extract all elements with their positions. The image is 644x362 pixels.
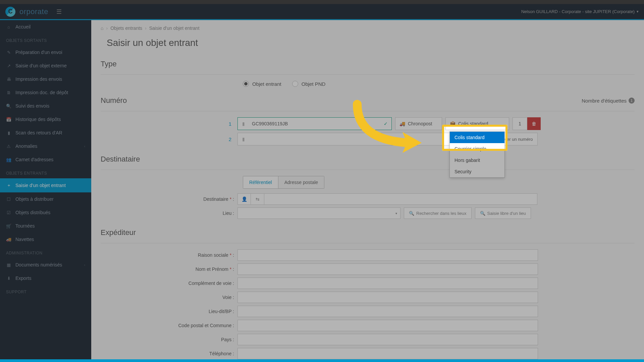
sidebar-impression-envois[interactable]: 🖶Impression des envois: [0, 72, 91, 86]
sidebar-item-label: Documents numérisés: [15, 262, 62, 267]
sidebar-tournees[interactable]: 🛒Tournées: [0, 219, 91, 233]
person-icon: 👤: [241, 196, 247, 202]
cp-input[interactable]: [237, 320, 538, 331]
breadcrumb-level2: Saisie d'un objet entrant: [149, 25, 200, 31]
sidebar-distribues[interactable]: ☑Objets distribués: [0, 206, 91, 219]
tab-adresse[interactable]: Adresse postale: [278, 176, 324, 188]
chevron-down-icon: ▾: [395, 212, 397, 215]
radio-objet-entrant[interactable]: Objet entrant: [243, 81, 281, 87]
numero-index: 1: [101, 121, 237, 127]
delete-button[interactable]: 🗑: [527, 117, 541, 130]
form-label: Voie :: [101, 295, 237, 300]
trash-icon: 🗑: [532, 121, 536, 126]
sidebar-item-label: Saisie d'un objet externe: [15, 63, 67, 68]
sidebar-item-label: Impression doc. de dépôt: [15, 90, 68, 95]
divider: [101, 243, 635, 243]
hamburger-icon[interactable]: ☰: [56, 8, 62, 15]
breadcrumb-level1[interactable]: Objets entrants: [110, 25, 142, 31]
home-icon: ⌂: [6, 24, 11, 29]
user-menu[interactable]: Nelson GUILLARD - Corporate - site JUPIT…: [521, 9, 639, 14]
form-row-destinataire: Destinataire * : 👤 ⇆: [101, 193, 635, 205]
raison-input[interactable]: [237, 249, 538, 261]
print-icon: 🖶: [6, 77, 11, 82]
radio-icon: [243, 81, 249, 87]
barcode-icon: ▮: [6, 130, 11, 135]
barcode-icon: ▮: [238, 133, 249, 145]
form-label: Lieu-dit/BP :: [101, 309, 237, 314]
tel-input[interactable]: [237, 348, 538, 359]
box-icon: ☐: [6, 197, 11, 202]
person-button[interactable]: 👤: [237, 193, 251, 205]
sidebar-documents[interactable]: ▦Documents numérisés‹: [0, 258, 91, 272]
tutorial-highlight: [442, 125, 507, 151]
sidebar-item-label: Saisie d'un objet entrant: [15, 183, 66, 188]
lieu-select[interactable]: ▾: [237, 207, 400, 219]
divider: [101, 74, 635, 75]
doc-icon: 🗎: [6, 90, 11, 95]
user-label: Nelson GUILLARD - Corporate - site JUPIT…: [521, 9, 635, 14]
home-icon[interactable]: ⌂: [101, 25, 103, 31]
swap-button[interactable]: ⇆: [251, 193, 264, 205]
sidebar-preparation[interactable]: ✎Préparation d'un envoi: [0, 46, 91, 59]
destinataire-input[interactable]: [264, 193, 537, 205]
section-numero-title: Numéro: [101, 93, 127, 108]
sidebar-scan-ar[interactable]: ▮Scan des retours d'AR: [0, 126, 91, 139]
form-row-pays: Pays :: [101, 334, 635, 345]
logo[interactable]: C orporate ☰: [5, 7, 62, 17]
sidebar-section-admin: ADMINISTRATION: [0, 246, 91, 258]
users-icon: 👥: [6, 157, 11, 162]
lieudit-input[interactable]: [237, 306, 538, 317]
form-label: Téléphone :: [101, 351, 237, 356]
pays-input[interactable]: [237, 334, 538, 345]
swap-icon: ⇆: [256, 196, 260, 202]
sidebar-historique[interactable]: 📅Historique des dépôts: [0, 113, 91, 126]
sidebar-distribuer[interactable]: ☐Objets à distribuer: [0, 192, 91, 206]
sidebar-home[interactable]: ⌂ Accueil: [0, 20, 91, 34]
check-icon: ☑: [6, 210, 11, 215]
chevron-down-icon: ▾: [637, 9, 639, 14]
numero-index: 2: [101, 136, 237, 142]
nom-input[interactable]: [237, 263, 538, 275]
sidebar-carnet[interactable]: 👥Carnet d'adresses: [0, 153, 91, 166]
sidebar-saisie-entrant[interactable]: ＋Saisie d'un objet entrant: [0, 178, 91, 192]
form-label: Complément de voie :: [101, 281, 237, 286]
voie-input[interactable]: [237, 292, 538, 303]
form-row-raison: Raison sociale * :: [101, 249, 635, 261]
dropdown-item-hors-gabarit[interactable]: Hors gabarit: [450, 155, 504, 166]
warning-icon: ⚠: [6, 144, 11, 149]
sidebar-item-label: Scan des retours d'AR: [15, 130, 62, 135]
sidebar-item-label: Préparation d'un envoi: [15, 50, 62, 55]
sidebar-suivi[interactable]: 🔍Suivi des envois: [0, 99, 91, 113]
form-row-voie: Voie :: [101, 292, 635, 303]
pencil-icon: ✎: [6, 50, 11, 55]
form-row-nom: Nom et Prénom * :: [101, 263, 635, 275]
sidebar: ⌂ Accueil OBJETS SORTANTS ✎Préparation d…: [0, 20, 91, 362]
form-label-destinataire: Destinataire * :: [101, 196, 237, 202]
sidebar-impression-doc[interactable]: 🗎Impression doc. de dépôt: [0, 86, 91, 99]
form-label: Nom et Prénom * :: [101, 266, 237, 272]
dest-icon-buttons: 👤 ⇆: [237, 193, 264, 205]
sidebar-saisie-externe[interactable]: ↗Saisie d'un objet externe: [0, 59, 91, 72]
count-input[interactable]: 1: [513, 117, 527, 130]
truck-icon: 🚚: [6, 237, 11, 242]
chevron-left-icon: ‹: [84, 144, 85, 148]
complement-input[interactable]: [237, 278, 538, 289]
search-lieux-button[interactable]: 🔍Rechercher dans les lieux: [404, 207, 472, 219]
sidebar-exports[interactable]: ⬇Exports: [0, 272, 91, 285]
breadcrumb: ⌂ › Objets entrants › Saisie d'un objet …: [101, 20, 635, 36]
sidebar-navettes[interactable]: 🚚Navettes: [0, 233, 91, 246]
form-label: Code postal et Commune :: [101, 323, 237, 328]
radio-label: Objet entrant: [252, 81, 281, 87]
sidebar-item-label: Impression des envois: [15, 76, 62, 82]
dropdown-item-security[interactable]: Security: [450, 166, 504, 177]
sidebar-item-label: Carnet d'adresses: [15, 157, 53, 162]
plus-icon: ＋: [6, 182, 11, 188]
tab-referentiel[interactable]: Référentiel: [243, 176, 278, 188]
radio-objet-pnd[interactable]: Objet PND: [292, 81, 326, 87]
free-lieu-button[interactable]: 🔍Saisie libre d'un lieu: [475, 207, 531, 219]
form-row-cp: Code postal et Commune :: [101, 320, 635, 331]
lieu-input[interactable]: [237, 207, 400, 219]
sidebar-anomalies[interactable]: ⚠Anomalies‹: [0, 139, 91, 153]
breadcrumb-sep: ›: [145, 25, 147, 31]
type-radio-group: Objet entrant Objet PND: [101, 81, 635, 87]
